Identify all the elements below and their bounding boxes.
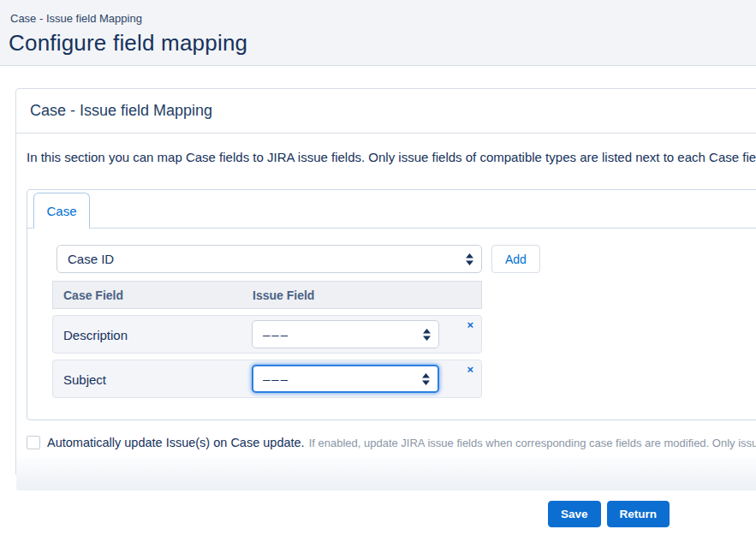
issue-field-select-focused[interactable]: –––	[252, 365, 439, 393]
page-title: Configure field mapping	[9, 30, 247, 56]
case-field-label: Description	[63, 327, 128, 342]
tab-panel-case: Case ID Add Case Field Issue Field	[27, 229, 756, 419]
tab-case[interactable]: Case	[33, 193, 90, 229]
add-button[interactable]: Add	[491, 245, 540, 273]
card-title: Case - Issue field Mapping	[16, 89, 756, 134]
add-mapping-row: Case ID Add	[57, 245, 756, 273]
case-tab-container: Case Case ID Add	[27, 189, 756, 420]
auto-update-label: Automatically update Issue(s) on Case up…	[47, 436, 305, 449]
mapping-table: Case Field Issue Field Description –––	[52, 281, 482, 398]
card-body: In this section you can map Case fields …	[16, 134, 756, 491]
case-field-select-value: Case ID	[68, 252, 114, 266]
breadcrumb: Case - Issue field Mapping	[10, 12, 142, 25]
action-buttons: Save Return	[548, 501, 670, 527]
remove-mapping-icon[interactable]: ×	[467, 363, 473, 376]
select-arrows-icon	[466, 253, 473, 265]
issue-field-select[interactable]: –––	[252, 320, 439, 348]
card-footer	[16, 458, 756, 491]
header-case-field: Case Field	[53, 288, 253, 302]
auto-update-note: If enabled, update JIRA issue fields whe…	[309, 437, 756, 449]
issue-field-select-value: –––	[263, 372, 289, 386]
case-field-select[interactable]: Case ID	[57, 245, 482, 273]
return-button[interactable]: Return	[607, 501, 670, 527]
select-arrows-icon	[422, 373, 430, 385]
mapping-table-header: Case Field Issue Field	[52, 281, 482, 309]
mapping-row-description: Description ––– ×	[52, 315, 482, 354]
case-field-label: Subject	[63, 372, 106, 386]
tab-strip: Case	[27, 190, 756, 229]
remove-mapping-icon[interactable]: ×	[467, 318, 473, 331]
save-button[interactable]: Save	[548, 501, 601, 527]
header-issue-field: Issue Field	[253, 288, 314, 302]
select-arrows-icon	[423, 329, 431, 341]
auto-update-checkbox[interactable]	[27, 436, 40, 449]
page-header: Case - Issue field Mapping Configure fie…	[0, 0, 756, 66]
field-mapping-card: Case - Issue field Mapping In this secti…	[15, 88, 756, 477]
page: Case - Issue field Mapping Configure fie…	[0, 0, 756, 547]
issue-field-select-value: –––	[263, 327, 289, 342]
auto-update-row: Automatically update Issue(s) on Case up…	[27, 436, 756, 449]
mapping-row-subject: Subject ––– ×	[52, 360, 482, 398]
intro-text: In this section you can map Case fields …	[27, 149, 756, 166]
